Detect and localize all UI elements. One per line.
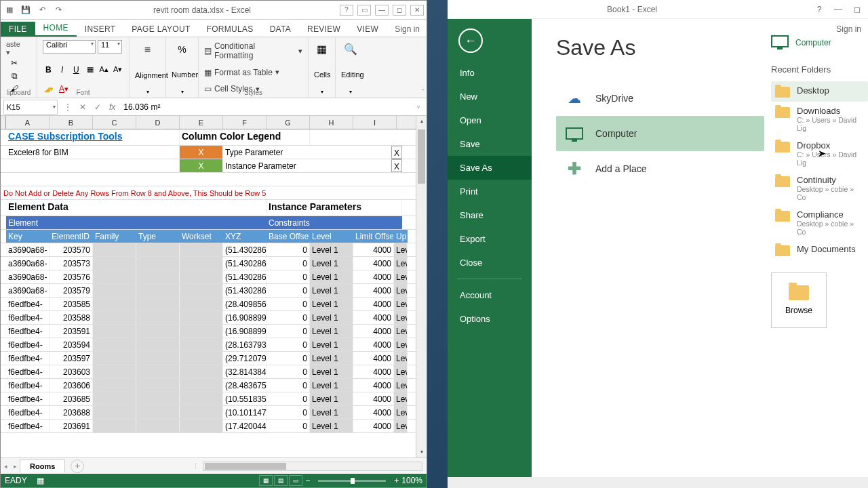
nav-save-as[interactable]: Save As — [448, 156, 532, 180]
scroll-down-icon[interactable]: ▾ — [416, 447, 427, 458]
alignment-icon[interactable]: ≡ — [135, 44, 160, 56]
tab-prev-icon[interactable]: ◂ — [1, 463, 10, 470]
table-row[interactable]: f6edfbe4-203591(16.9088990Level 14000Lev — [1, 325, 416, 338]
scroll-thumb[interactable] — [418, 129, 425, 184]
grow-font-icon[interactable]: A▴ — [98, 64, 110, 76]
border-button[interactable]: ▦ — [85, 64, 96, 76]
table-row[interactable]: f6edfbe4-203688(10.1011470Level 14000Lev — [1, 406, 416, 420]
page-layout-view-icon[interactable]: ▤ — [274, 475, 288, 486]
case-tools-link[interactable]: CASE Subscription Tools — [6, 129, 180, 145]
table-row[interactable]: f6edfbe4-203603(32.8143840Level 14000Lev — [1, 365, 416, 379]
tab-page-layout[interactable]: PAGE LAYOUT — [123, 22, 198, 37]
nav-save[interactable]: Save — [448, 132, 532, 156]
nav-share[interactable]: Share — [448, 203, 532, 227]
close-icon[interactable]: ✕ — [410, 5, 424, 16]
add-sheet-button[interactable]: + — [71, 460, 84, 473]
cut-icon[interactable]: ✂ — [6, 57, 22, 69]
font-name-select[interactable]: Calibri — [43, 40, 96, 54]
recent-folder[interactable]: DownloadsC: » Users » David Lig — [771, 102, 868, 136]
nav-new[interactable]: New — [448, 85, 532, 108]
table-row[interactable]: a3690a68-203573(51.4302860Level 14000Lev — [1, 257, 416, 270]
tab-file[interactable]: FILE — [1, 22, 35, 37]
recent-folder[interactable]: ComplianceDesktop » cobie » Co — [771, 205, 868, 240]
copy-icon[interactable]: ⧉ — [6, 70, 22, 82]
page-break-view-icon[interactable]: ▭ — [289, 475, 302, 486]
spreadsheet-grid[interactable]: CASE Subscription Tools Column Color Leg… — [1, 129, 416, 433]
name-box[interactable]: K15 — [3, 100, 58, 115]
col-e[interactable]: E — [180, 116, 223, 129]
help-icon[interactable]: ? — [340, 5, 353, 16]
tab-formulas[interactable]: FORMULAS — [199, 22, 262, 37]
cancel-formula-icon[interactable]: ✕ — [77, 101, 89, 113]
recent-folder[interactable]: DropboxC: » Users » David Lig — [771, 136, 868, 171]
cells-icon[interactable]: ▦ — [314, 43, 330, 56]
table-row[interactable]: f6edfbe4-203594(28.1637930Level 14000Lev — [1, 338, 416, 352]
table-row[interactable]: f6edfbe4-203585(28.4098560Level 14000Lev — [1, 298, 416, 311]
zoom-slider[interactable] — [318, 480, 386, 482]
formula-dropdown-icon[interactable]: ⋮ — [62, 101, 74, 113]
help-icon[interactable]: ? — [812, 5, 826, 14]
col-h[interactable]: H — [310, 116, 353, 129]
zoom-out-button[interactable]: − — [302, 476, 313, 485]
col-g[interactable]: G — [267, 116, 310, 129]
bold-button[interactable]: B — [43, 64, 54, 76]
macro-icon[interactable]: ▦ — [37, 476, 44, 485]
maximize-icon[interactable]: ◻ — [393, 5, 406, 16]
col-i[interactable]: I — [353, 116, 397, 129]
recent-folder[interactable]: My Documents — [771, 240, 868, 260]
col-d[interactable]: D — [136, 116, 180, 129]
table-row[interactable]: a3690a68-203570(51.4302860Level 14000Lev — [1, 243, 416, 257]
table-row[interactable]: f6edfbe4-203685(10.5518350Level 14000Lev — [1, 392, 416, 406]
tab-view[interactable]: VIEW — [349, 22, 387, 37]
nav-export[interactable]: Export — [448, 227, 532, 251]
vertical-scrollbar[interactable]: ▴ ▾ — [416, 116, 427, 458]
back-button[interactable]: ← — [458, 28, 483, 53]
col-c[interactable]: C — [93, 116, 136, 129]
nav-close[interactable]: Close — [448, 251, 532, 274]
nav-account[interactable]: Account — [448, 283, 532, 307]
location-add-place[interactable]: ✚ Add a Place — [556, 151, 764, 186]
sign-in-link[interactable]: Sign in — [388, 22, 427, 37]
percent-icon[interactable]: % — [172, 44, 193, 55]
redo-icon[interactable]: ↷ — [52, 4, 64, 16]
collapse-ribbon-icon[interactable]: ˆ — [422, 88, 424, 95]
table-row[interactable]: f6edfbe4-203691(17.4200440Level 14000Lev — [1, 420, 416, 433]
recent-folder[interactable]: ContinuityDesktop » cobie » Co — [771, 171, 868, 205]
editing-icon[interactable]: 🔍 — [341, 43, 360, 56]
maximize-icon[interactable]: ◻ — [850, 5, 864, 14]
font-size-select[interactable]: 11 — [98, 40, 122, 54]
tab-data[interactable]: DATA — [262, 22, 299, 37]
nav-options[interactable]: Options — [448, 307, 532, 331]
excel-icon[interactable]: ▦ — [3, 4, 16, 16]
col-b[interactable]: B — [50, 116, 93, 129]
format-as-table-button[interactable]: ▦Format as Table ▾ — [204, 66, 302, 79]
nav-print[interactable]: Print — [448, 180, 532, 203]
formula-input[interactable] — [119, 100, 417, 115]
tab-home[interactable]: HOME — [35, 20, 77, 37]
normal-view-icon[interactable]: ▦ — [259, 475, 273, 486]
col-f[interactable]: F — [223, 116, 267, 129]
shrink-font-icon[interactable]: A▾ — [113, 64, 124, 76]
col-a[interactable]: A — [6, 116, 50, 129]
table-row[interactable]: a3690a68-203579(51.4302860Level 14000Lev — [1, 284, 416, 298]
tab-next-icon[interactable]: ▸ — [10, 463, 20, 470]
location-computer[interactable]: Computer — [556, 116, 764, 151]
undo-icon[interactable]: ↶ — [36, 4, 48, 16]
scroll-up-icon[interactable]: ▴ — [416, 116, 427, 127]
underline-button[interactable]: U — [71, 64, 82, 76]
nav-open[interactable]: Open — [448, 108, 532, 132]
nav-info[interactable]: Info — [448, 61, 532, 85]
italic-button[interactable]: I — [57, 64, 68, 76]
expand-formula-icon[interactable]: v — [417, 104, 427, 110]
horizontal-scrollbar[interactable] — [203, 462, 422, 471]
location-skydrive[interactable]: ☁ SkyDrive — [556, 81, 764, 116]
minimize-icon[interactable]: — — [375, 5, 389, 16]
accept-formula-icon[interactable]: ✓ — [92, 101, 104, 113]
recent-folder[interactable]: Desktop — [771, 81, 868, 102]
ribbon-options-icon[interactable]: ▭ — [357, 5, 371, 16]
browse-button[interactable]: Browse — [771, 272, 827, 328]
zoom-level[interactable]: 100% — [401, 476, 422, 485]
conditional-formatting-button[interactable]: ▤Conditional Formatting ▾ — [204, 40, 302, 62]
tab-insert[interactable]: INSERT — [77, 22, 124, 37]
zoom-in-button[interactable]: + — [391, 476, 401, 485]
